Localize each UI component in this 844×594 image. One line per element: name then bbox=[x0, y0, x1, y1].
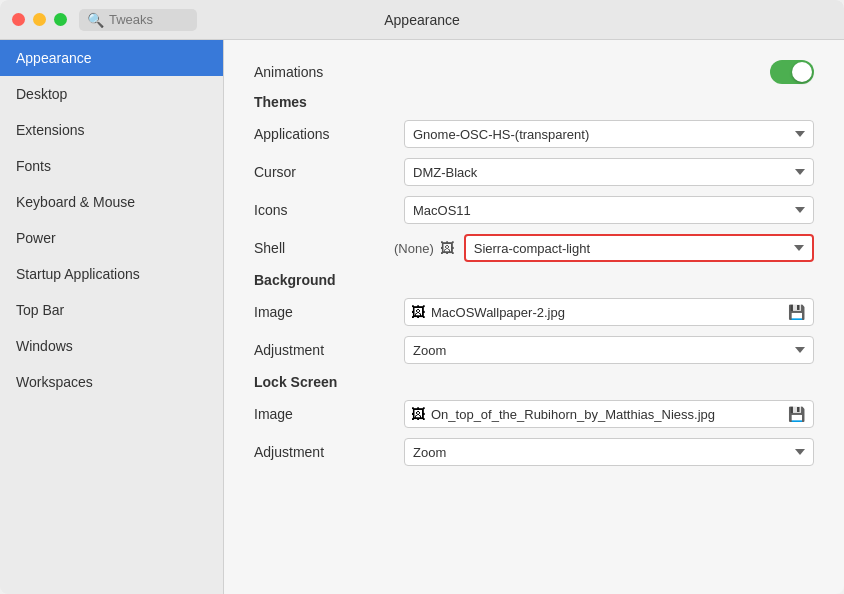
search-icon: 🔍 bbox=[87, 12, 104, 28]
cursor-row: Cursor DMZ-Black bbox=[254, 158, 814, 186]
bg-adjustment-dropdown[interactable]: Zoom Centered Scaled Stretched Wallpaper… bbox=[404, 336, 814, 364]
cursor-dropdown[interactable]: DMZ-Black bbox=[404, 158, 814, 186]
shell-label: Shell bbox=[254, 240, 394, 256]
cursor-dropdown-wrapper: DMZ-Black bbox=[404, 158, 814, 186]
icons-label: Icons bbox=[254, 202, 394, 218]
toggle-slider[interactable] bbox=[770, 60, 814, 84]
shell-none-label: (None) bbox=[394, 241, 434, 256]
sidebar-item-power[interactable]: Power bbox=[0, 220, 223, 256]
sidebar-item-windows[interactable]: Windows bbox=[0, 328, 223, 364]
icons-dropdown[interactable]: MacOS11 bbox=[404, 196, 814, 224]
close-button[interactable] bbox=[12, 13, 25, 26]
window-controls bbox=[12, 13, 67, 26]
sidebar-item-desktop[interactable]: Desktop bbox=[0, 76, 223, 112]
animations-label: Animations bbox=[254, 64, 394, 80]
maximize-button[interactable] bbox=[54, 13, 67, 26]
bg-image-label: Image bbox=[254, 304, 394, 320]
search-box[interactable]: 🔍 bbox=[79, 9, 197, 31]
sidebar-item-workspaces[interactable]: Workspaces bbox=[0, 364, 223, 400]
applications-dropdown[interactable]: Gnome-OSC-HS-(transparent) bbox=[404, 120, 814, 148]
applications-dropdown-wrapper: Gnome-OSC-HS-(transparent) bbox=[404, 120, 814, 148]
ls-adjustment-label: Adjustment bbox=[254, 444, 394, 460]
background-section-header: Background bbox=[254, 272, 814, 288]
shell-row: Shell (None) 🖼 Sierra-compact-light bbox=[254, 234, 814, 262]
sidebar-item-extensions[interactable]: Extensions bbox=[0, 112, 223, 148]
ls-adjustment-dropdown[interactable]: Zoom Centered Scaled Stretched Wallpaper… bbox=[404, 438, 814, 466]
bg-image-row: Image 🖼 MacOSWallpaper-2.jpg 💾 bbox=[254, 298, 814, 326]
sidebar-item-fonts[interactable]: Fonts bbox=[0, 148, 223, 184]
animations-row: Animations bbox=[254, 60, 814, 84]
sidebar-item-keyboard-mouse[interactable]: Keyboard & Mouse bbox=[0, 184, 223, 220]
sidebar-item-appearance[interactable]: Appearance bbox=[0, 40, 223, 76]
content-area: Animations Themes Applications Gnome-OSC… bbox=[224, 40, 844, 594]
shell-edit-icon: 🖼 bbox=[440, 240, 454, 256]
animations-toggle[interactable] bbox=[770, 60, 814, 84]
icons-row: Icons MacOS11 bbox=[254, 196, 814, 224]
ls-adjustment-row: Adjustment Zoom Centered Scaled Stretche… bbox=[254, 438, 814, 466]
main-layout: Appearance Desktop Extensions Fonts Keyb… bbox=[0, 40, 844, 594]
window-title: Appearance bbox=[384, 12, 460, 28]
ls-adjustment-dropdown-wrapper: Zoom Centered Scaled Stretched Wallpaper… bbox=[404, 438, 814, 466]
minimize-button[interactable] bbox=[33, 13, 46, 26]
titlebar: 🔍 Appearance bbox=[0, 0, 844, 40]
bg-adjustment-row: Adjustment Zoom Centered Scaled Stretche… bbox=[254, 336, 814, 364]
bg-image-file-icon: 🖼 bbox=[411, 304, 425, 320]
icons-dropdown-wrapper: MacOS11 bbox=[404, 196, 814, 224]
sidebar: Appearance Desktop Extensions Fonts Keyb… bbox=[0, 40, 224, 594]
lockscreen-section-header: Lock Screen bbox=[254, 374, 814, 390]
shell-dropdown[interactable]: Sierra-compact-light bbox=[464, 234, 814, 262]
cursor-label: Cursor bbox=[254, 164, 394, 180]
ls-image-file-row: 🖼 On_top_of_the_Rubihorn_by_Matthias_Nie… bbox=[404, 400, 814, 428]
ls-image-filename: On_top_of_the_Rubihorn_by_Matthias_Niess… bbox=[431, 407, 780, 422]
ls-image-label: Image bbox=[254, 406, 394, 422]
bg-image-save-button[interactable]: 💾 bbox=[786, 302, 807, 322]
bg-adjustment-label: Adjustment bbox=[254, 342, 394, 358]
bg-image-filename: MacOSWallpaper-2.jpg bbox=[431, 305, 780, 320]
ls-image-file-icon: 🖼 bbox=[411, 406, 425, 422]
search-input[interactable] bbox=[109, 12, 189, 27]
shell-dropdown-wrapper: Sierra-compact-light bbox=[464, 234, 814, 262]
bg-adjustment-dropdown-wrapper: Zoom Centered Scaled Stretched Wallpaper… bbox=[404, 336, 814, 364]
themes-section-header: Themes bbox=[254, 94, 814, 110]
applications-label: Applications bbox=[254, 126, 394, 142]
applications-row: Applications Gnome-OSC-HS-(transparent) bbox=[254, 120, 814, 148]
sidebar-item-top-bar[interactable]: Top Bar bbox=[0, 292, 223, 328]
sidebar-item-startup-applications[interactable]: Startup Applications bbox=[0, 256, 223, 292]
bg-image-file-row: 🖼 MacOSWallpaper-2.jpg 💾 bbox=[404, 298, 814, 326]
ls-image-row: Image 🖼 On_top_of_the_Rubihorn_by_Matthi… bbox=[254, 400, 814, 428]
ls-image-save-button[interactable]: 💾 bbox=[786, 404, 807, 424]
